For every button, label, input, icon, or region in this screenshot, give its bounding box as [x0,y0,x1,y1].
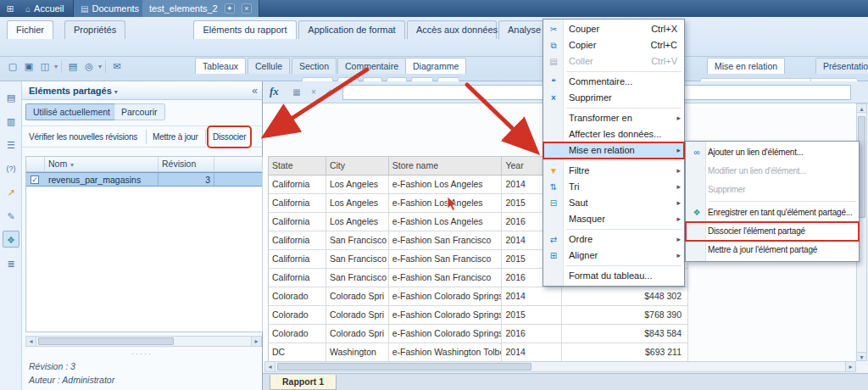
cell-revenue[interactable]: $843 584 [562,325,688,343]
tab-application-de-format[interactable]: Application de format [298,20,405,39]
name-column-header[interactable]: Nom ▾ [45,157,159,171]
submenu-item-modifier-lien[interactable]: Modifier un lien d'élément... [686,162,859,181]
menu-item-couper[interactable]: ✂CouperCtrl+X [543,21,684,37]
menu-item-affecter-les-donnees[interactable]: Affecter les données... [543,126,684,142]
menu-item-mise-en-relation[interactable]: Mise en relation▸ [543,142,684,159]
cell-store[interactable]: e-Fashion San Francisco [389,250,503,269]
cell-state[interactable]: California [269,194,326,213]
cell-state[interactable]: California [269,231,326,250]
cell-revenue[interactable]: $448 302 [562,287,688,306]
report-tab-rapport-1[interactable]: Rapport 1 [270,375,337,390]
subtab-tableaux[interactable]: Tableaux [195,58,246,74]
help-icon[interactable]: (?) [3,159,19,176]
dissocier-button[interactable]: Dissocier [209,128,249,146]
scrollbar-thumb[interactable] [277,363,531,370]
save-dropdown-icon[interactable]: ▾ [54,63,58,70]
document-summary-icon[interactable]: ▤ [3,88,19,105]
tab-presentation[interactable]: Présentation [815,58,868,74]
cell-store[interactable]: e-Fashion Colorado Springs [389,306,503,325]
revision-column-header[interactable]: Révision [159,157,214,171]
subtab-commentaire[interactable]: Commentaire [337,58,406,74]
cell-state[interactable]: California [269,176,326,194]
new-document-icon[interactable]: ▢ [5,58,20,74]
input-controls-icon[interactable]: ☰ [3,136,19,153]
find-icon[interactable]: ◎ [81,58,97,74]
cell-year[interactable]: 2015 [502,306,562,325]
cell-city[interactable]: San Francisco [326,250,389,269]
document-structure-icon[interactable]: ↗ [3,183,19,200]
cell-state[interactable]: California [269,250,326,269]
submenu-item-enregistrer-element-partage[interactable]: ❖Enregistrer en tant qu'élément partagé.… [686,203,859,222]
menu-item-saut[interactable]: ⊟Saut▸ [543,195,684,211]
tab-elements-du-rapport[interactable]: Eléments du rapport [193,20,297,39]
navigation-map-icon[interactable]: ▥ [3,112,19,129]
comments-panel-icon[interactable]: ✎ [3,207,19,224]
tab-documents[interactable]: ▤Documents [73,0,147,17]
menu-item-tri[interactable]: ⇅Tri▸ [543,179,684,195]
close-tab-icon[interactable]: × [242,3,252,14]
header-state[interactable]: State [269,157,326,176]
menu-item-format-du-tableau[interactable]: Format du tableau... [543,268,684,284]
tab-utilise-actuellement[interactable]: Utilisé actuellement [25,103,118,120]
scroll-left-button[interactable]: ◂ [25,336,36,347]
row-checkbox[interactable]: ✓ [31,176,39,184]
submenu-item-dissocier-element-partage[interactable]: Dissocier l'élément partagé [686,222,859,241]
cell-city[interactable]: Washington [326,343,389,362]
validate-formula-icon[interactable]: ✓ [322,86,336,99]
cell-store[interactable]: e-Fashion San Francisco [389,231,503,250]
menu-item-copier[interactable]: ⧉CopierCtrl+C [543,37,684,53]
cell-city[interactable]: San Francisco [326,231,389,250]
tab-mise-en-relation-ribbon[interactable]: Mise en relation [707,58,785,74]
cell-city[interactable]: Los Angeles [326,194,389,213]
scrollbar-thumb[interactable] [38,337,174,345]
print-icon[interactable]: ▤ [65,58,81,74]
cancel-formula-icon[interactable]: × [307,86,320,99]
update-button[interactable]: Mettre à jour [149,128,202,146]
scroll-right-button[interactable]: ▸ [845,361,856,372]
subtab-cellule[interactable]: Cellule [248,58,290,74]
menu-item-masquer[interactable]: Masquer▸ [543,211,684,227]
header-city[interactable]: City [326,157,389,176]
pin-tab-icon[interactable]: ✦ [225,3,235,14]
menu-item-supprimer[interactable]: ×Supprimer [543,90,684,106]
cell-store[interactable]: e-Fashion Washington Tolbo [389,343,503,362]
tab-test-elements-2[interactable]: test_elements_2 ✦ × [142,0,259,17]
tab-parcourir[interactable]: Parcourir [114,103,165,120]
scroll-up-button[interactable]: ▴ [856,103,867,113]
subtab-diagramme[interactable]: Diagramme [405,58,466,74]
cell-city[interactable]: Los Angeles [326,176,389,194]
data-objects-icon[interactable]: ≣ [3,254,19,271]
tab-accueil[interactable]: ⌂Accueil [19,0,71,17]
save-icon[interactable]: ◫ [37,58,53,74]
header-store-name[interactable]: Store name [389,157,503,176]
cell-state[interactable]: Colorado [269,306,326,325]
menu-item-coller[interactable]: ▤CollerCtrl+V [543,53,684,70]
cell-city[interactable]: Colorado Spri [326,287,389,306]
cell-city[interactable]: San Francisco [326,269,389,287]
cell-store[interactable]: e-Fashion Los Angeles [389,213,503,231]
collapse-panel-icon[interactable]: « [252,81,258,100]
panel-title-dropdown-icon[interactable]: ▾ [114,88,118,96]
cell-state[interactable]: Colorado [269,325,326,343]
cell-state[interactable]: DC [269,343,326,362]
cell-city[interactable]: Colorado Spri [326,306,389,325]
submenu-item-supprimer[interactable]: Supprimer [686,181,859,199]
subtab-section[interactable]: Section [292,58,337,74]
tab-proprietes[interactable]: Propriétés [64,20,125,39]
submenu-item-ajouter-lien[interactable]: ∞Ajouter un lien d'élément... [686,143,859,162]
cell-revenue[interactable]: $768 390 [562,306,688,325]
cell-revenue[interactable]: $693 211 [562,343,688,362]
scroll-right-button[interactable]: ▸ [251,336,262,347]
cell-store[interactable]: e-Fashion Colorado Springs [389,325,503,343]
tab-fichier[interactable]: Fichier [7,20,53,39]
cell-state[interactable]: California [269,213,326,231]
shared-element-row[interactable]: ✓ revenus_par_magasins 3 [26,172,272,187]
cell-year[interactable]: 2014 [502,287,562,306]
cell-store[interactable]: e-Fashion San Francisco [389,269,503,287]
tab-acces-aux-donnees[interactable]: Accès aux données [407,20,497,39]
menu-item-ordre[interactable]: ⇄Ordre▸ [543,231,684,248]
open-document-icon[interactable]: ▣ [21,58,36,74]
submenu-item-mettre-a-jour-element-partage[interactable]: Mettre à jour l'élément partagé [686,241,859,259]
cell-year[interactable]: 2016 [502,325,562,343]
cell-store[interactable]: e-Fashion Colorado Springs [389,287,503,306]
